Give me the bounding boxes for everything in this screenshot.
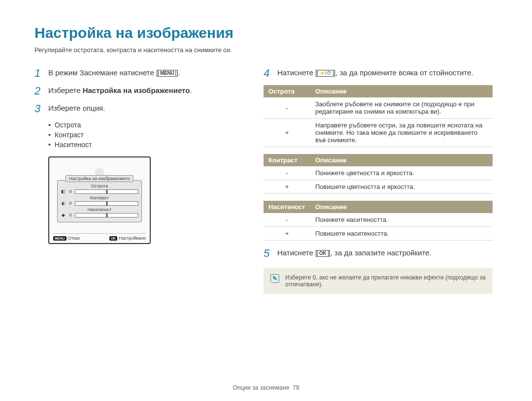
- lcd-sharpness-slider: [75, 189, 138, 194]
- step-4-after: ], за да промените всяка от стойностите.: [333, 68, 473, 77]
- table-row: + Повишете наситеността.: [264, 227, 493, 241]
- step-1-after: ].: [176, 68, 180, 77]
- step-5-before: Натиснете [: [277, 248, 317, 257]
- right-column: 4 Натиснете [⚡/⏱], за да промените всяка…: [264, 67, 493, 294]
- contrast-r1-b: Повишете цветността и яркостта.: [310, 180, 493, 194]
- lcd-settings-panel: Настройка на изображението Острота ◧ 0 К…: [57, 180, 142, 222]
- step-2: 2 Изберете Настройка на изображението.: [34, 85, 236, 97]
- saturation-r1-b: Повишете наситеността.: [310, 227, 493, 241]
- bullet-contrast: Контраст: [48, 131, 236, 139]
- step-1-number: 1: [34, 67, 48, 79]
- table-row: - Понижете цветността и яркостта.: [264, 166, 493, 180]
- info-icon: ✎: [270, 274, 279, 283]
- sharpness-header-a: Острота: [264, 85, 310, 97]
- step-5-after: ], за да запазите настройките.: [329, 248, 432, 257]
- lcd-row-contrast: Контраст ◐ 0: [61, 195, 138, 206]
- camera-lcd-illustration: Настройка на изображението Острота ◧ 0 К…: [48, 156, 151, 244]
- step-3-number: 3: [34, 103, 48, 115]
- lcd-footer-left: MENUОтказ: [53, 236, 80, 241]
- lcd-row-saturation: Наситеност ◆ 0: [61, 207, 138, 218]
- sharpness-icon: ◧: [61, 189, 66, 194]
- menu-button-icon: MENU: [53, 236, 66, 241]
- page: Настройка на изображения Регулирайте ост…: [0, 0, 532, 308]
- columns: 1 В режим Заснемане натиснете [MENU]. 2 …: [34, 67, 498, 294]
- bullet-saturation: Наситеност: [48, 141, 236, 149]
- sharpness-table: Острота Описание - Заоблете ръбовете на …: [264, 85, 493, 147]
- saturation-r0-b: Понижете наситеността.: [310, 213, 493, 227]
- contrast-r0-a: -: [264, 166, 310, 180]
- left-column: 1 В режим Заснемане натиснете [MENU]. 2 …: [34, 67, 236, 294]
- lcd-cancel-label: Отказ: [68, 236, 80, 241]
- sharpness-r1-a: +: [264, 119, 310, 147]
- note-text: Изберете 0, ако не желаете да прилагате …: [285, 274, 486, 288]
- contrast-table: Контраст Описание - Понижете цветността …: [264, 154, 493, 194]
- table-row: - Заоблете ръбовете на снимките си (подх…: [264, 97, 493, 119]
- contrast-icon: ◐: [61, 201, 66, 206]
- saturation-table: Наситеност Описание - Понижете наситенос…: [264, 201, 493, 241]
- step-3-text: Изберете опция.: [48, 103, 236, 114]
- contrast-header-a: Контраст: [264, 154, 310, 166]
- step-4-number: 4: [264, 67, 277, 79]
- sharpness-r0-a: -: [264, 97, 310, 119]
- step-2-bold: Настройка на изображението: [83, 86, 190, 94]
- step-2-before: Изберете: [48, 86, 83, 94]
- table-row: - Понижете наситеността.: [264, 213, 493, 227]
- saturation-r1-a: +: [264, 227, 310, 241]
- menu-icon: MENU: [158, 70, 176, 77]
- step-4-before: Натиснете [: [277, 68, 317, 77]
- step-1-before: В режим Заснемане натиснете [: [48, 68, 158, 77]
- sharpness-r1-b: Направете ръбовете остри, за да повишите…: [310, 119, 493, 147]
- step-2-number: 2: [34, 85, 48, 97]
- lcd-row-sharpness: Острота ◧ 0: [61, 184, 138, 194]
- lcd-footer-right: OKНастройване: [109, 236, 146, 241]
- saturation-r0-a: -: [264, 213, 310, 227]
- contrast-r0-b: Понижете цветността и яркостта.: [310, 166, 493, 180]
- step-4: 4 Натиснете [⚡/⏱], за да промените всяка…: [264, 67, 493, 79]
- saturation-header-b: Описание: [310, 201, 493, 213]
- step-1: 1 В режим Заснемане натиснете [MENU].: [34, 67, 236, 79]
- lcd-set-label: Настройване: [119, 236, 146, 241]
- bullet-sharpness: Острота: [48, 121, 236, 129]
- step-1-text: В режим Заснемане натиснете [MENU].: [48, 67, 236, 78]
- lcd-footer: MENUОтказ OKНастройване: [53, 233, 146, 241]
- step-3: 3 Изберете опция.: [34, 103, 236, 115]
- footer-page: 79: [293, 384, 299, 391]
- footer-label: Опции за заснемане: [233, 384, 290, 391]
- lcd-row-saturation-val: 0: [68, 213, 73, 217]
- step-2-text: Изберете Настройка на изображението.: [48, 85, 236, 96]
- step-5: 5 Натиснете [OK], за да запазите настрой…: [264, 247, 493, 259]
- ok-button-icon: OK: [109, 236, 118, 241]
- table-row: + Направете ръбовете остри, за да повиши…: [264, 119, 493, 147]
- sharpness-header-b: Описание: [310, 85, 493, 97]
- step-2-after: .: [190, 86, 192, 94]
- lcd-row-contrast-label: Контраст: [61, 195, 138, 200]
- saturation-header-a: Наситеност: [264, 201, 310, 213]
- note-box: ✎ Изберете 0, ако не желаете да прилагат…: [264, 268, 493, 294]
- lcd-row-sharpness-label: Острота: [61, 184, 138, 188]
- step-5-text: Натиснете [OK], за да запазите настройки…: [277, 247, 493, 258]
- lcd-row-saturation-label: Наситеност: [61, 207, 138, 212]
- lcd-contrast-slider: [75, 201, 138, 206]
- step-3-bullets: Острота Контраст Наситеност: [48, 121, 236, 149]
- lcd-row-contrast-val: 0: [68, 201, 73, 206]
- flash-timer-icon: ⚡/⏱: [317, 70, 333, 77]
- page-footer: Опции за заснемане 79: [0, 384, 532, 391]
- lcd-row-sharpness-val: 0: [68, 189, 73, 194]
- sharpness-r0-b: Заоблете ръбовете на снимките си (подход…: [310, 97, 493, 119]
- step-5-number: 5: [264, 247, 277, 259]
- lcd-panel-title: Настройка на изображението: [66, 175, 133, 182]
- contrast-header-b: Описание: [310, 154, 493, 166]
- ok-icon: OK: [317, 250, 328, 257]
- lcd-saturation-slider: [75, 213, 138, 217]
- page-subtitle: Регулирайте остротата, контраста и насит…: [34, 46, 498, 54]
- table-row: + Повишете цветността и яркостта.: [264, 180, 493, 194]
- contrast-r1-a: +: [264, 180, 310, 194]
- saturation-icon: ◆: [61, 213, 66, 218]
- step-4-text: Натиснете [⚡/⏱], за да промените всяка о…: [277, 67, 493, 78]
- page-title: Настройка на изображения: [34, 25, 498, 41]
